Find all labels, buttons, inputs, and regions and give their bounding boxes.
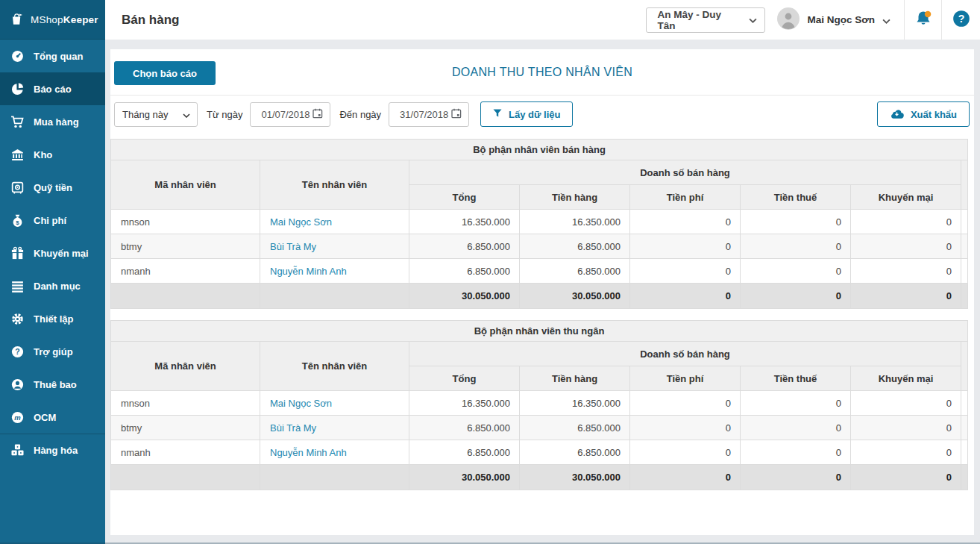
- help-button[interactable]: ?: [941, 0, 980, 40]
- sidebar-item-thiet-lap[interactable]: Thiết lập: [0, 302, 105, 335]
- cell-fee: 0: [630, 259, 741, 284]
- table-row: nmanh Nguyễn Minh Anh 6.850.000 6.850.00…: [111, 440, 968, 465]
- sidebar-item-thue-bao[interactable]: Thuê bao: [0, 368, 105, 401]
- employee-name-link[interactable]: Mai Ngọc Sơn: [260, 210, 409, 234]
- employee-name-link[interactable]: Bùi Trà My: [260, 234, 409, 259]
- cell-tax: 0: [741, 210, 851, 234]
- page-title: Bán hàng: [122, 13, 179, 28]
- period-select[interactable]: Tháng này: [114, 102, 198, 127]
- question-mark-icon: ?: [952, 9, 971, 31]
- employee-code: btmy: [111, 234, 260, 259]
- cell-promo: 0: [851, 234, 961, 259]
- cell-tax: 0: [741, 440, 851, 465]
- sidebar-item-label: Khuyến mại: [34, 248, 89, 259]
- total-empty-cell: [260, 465, 409, 490]
- sidebar-item-label: Chi phí: [34, 215, 66, 226]
- sidebar-item-label: Hàng hóa: [34, 445, 78, 456]
- total-cell-fee: 0: [630, 465, 741, 490]
- column-header-code: Mã nhân viên: [111, 160, 260, 210]
- cell-fee: 0: [630, 416, 741, 440]
- sidebar-item-ocm[interactable]: m OCM: [0, 401, 105, 434]
- column-header-code: Mã nhân viên: [111, 342, 260, 391]
- scrollbar-gutter: [961, 259, 968, 284]
- brand-name: MShopKeeper: [31, 14, 98, 25]
- sidebar-item-label: Thiết lập: [34, 313, 73, 325]
- scrollbar-gutter: [961, 284, 968, 309]
- employee-name-link[interactable]: Bùi Trà My: [260, 416, 409, 440]
- to-date-input[interactable]: 31/07/2018: [389, 102, 469, 127]
- sidebar-item-label: Quỹ tiền: [34, 182, 72, 193]
- pie-chart-icon: [10, 82, 25, 96]
- employee-name-link[interactable]: Nguyễn Minh Anh: [260, 440, 409, 465]
- cell-fee: 0: [630, 210, 741, 234]
- export-button[interactable]: Xuất khẩu: [877, 101, 970, 127]
- sidebar-item-chi-phi[interactable]: $ Chi phí: [0, 204, 105, 237]
- employee-code: nmanh: [111, 440, 260, 465]
- cell-goods: 16.350.000: [520, 210, 630, 234]
- sidebar-item-tro-giup[interactable]: ? Trợ giúp: [0, 335, 105, 368]
- branch-selector[interactable]: An Mây - Duy Tân: [646, 7, 765, 33]
- cell-promo: 0: [851, 416, 961, 440]
- total-cell-fee: 0: [630, 284, 741, 309]
- filter-bar: Tháng này Từ ngày 01/07/2018 Đến ngày 31…: [110, 96, 974, 133]
- cell-goods: 6.850.000: [520, 416, 630, 440]
- sidebar-item-khuyen-mai[interactable]: Khuyến mại: [0, 237, 105, 269]
- scrollbar-gutter: [961, 391, 968, 416]
- column-header-name: Tên nhân viên: [260, 342, 409, 391]
- sidebar-item-bao-cao[interactable]: Báo cáo: [0, 72, 105, 105]
- column-header-promo: Khuyến mại: [851, 185, 961, 210]
- scrollbar-gutter: [961, 465, 968, 490]
- cell-promo: 0: [851, 210, 961, 234]
- report-toolbar: Chọn báo cáo DOANH THU THEO NHÂN VIÊN: [110, 49, 974, 96]
- column-group-header: Doanh số bán hàng: [409, 342, 961, 366]
- sidebar-item-tong-quan[interactable]: Tổng quan: [0, 40, 105, 72]
- app-logo[interactable]: MShopKeeper: [0, 0, 105, 40]
- total-empty-cell: [111, 284, 260, 309]
- employee-name-link[interactable]: Mai Ngọc Sơn: [260, 391, 409, 416]
- warehouse-bank-icon: [10, 148, 25, 162]
- employee-name-link[interactable]: Nguyễn Minh Anh: [260, 259, 409, 284]
- column-header-fee: Tiền phí: [630, 366, 741, 391]
- cell-fee: 0: [630, 391, 741, 416]
- branch-selector-value: An Mây - Duy Tân: [657, 9, 741, 31]
- cell-goods: 16.350.000: [520, 391, 630, 416]
- money-bag-icon: $: [10, 213, 25, 228]
- sidebar-item-quy-tien[interactable]: Quỹ tiền: [0, 171, 105, 204]
- top-header: Bán hàng An Mây - Duy Tân Mai Ngọc Sơn ?: [105, 0, 980, 40]
- column-header-tax: Tiền thuế: [741, 366, 851, 391]
- to-date-label: Đến ngày: [339, 109, 381, 120]
- total-cell-goods: 30.050.000: [520, 465, 630, 490]
- sidebar-item-mua-hang[interactable]: Mua hàng: [0, 105, 105, 138]
- employee-code: mnson: [111, 210, 260, 234]
- cell-total: 6.850.000: [409, 416, 520, 440]
- sidebar-item-hang-hoa[interactable]: Hàng hóa: [0, 434, 105, 466]
- export-label: Xuất khẩu: [911, 109, 957, 120]
- sidebar-item-label: Báo cáo: [34, 84, 72, 95]
- table-group-title: Bộ phận nhân viên thu ngân: [111, 321, 968, 342]
- load-data-button[interactable]: Lấy dữ liệu: [480, 101, 573, 127]
- column-header-total: Tổng: [409, 185, 520, 210]
- load-data-label: Lấy dữ liệu: [509, 109, 560, 120]
- notifications-button[interactable]: [904, 0, 941, 40]
- employee-code: mnson: [111, 391, 260, 416]
- content-area: Chọn báo cáo DOANH THU THEO NHÂN VIÊN Th…: [105, 40, 980, 544]
- sidebar-item-kho[interactable]: Kho: [0, 138, 105, 171]
- column-header-tax: Tiền thuế: [741, 185, 851, 210]
- sidebar: MShopKeeper Tổng quan Báo cáo Mua hàng K…: [0, 0, 105, 544]
- sidebar-item-label: Danh mục: [34, 281, 81, 292]
- sales-staff-table: Bộ phận nhân viên bán hàng Mã nhân viên …: [110, 139, 968, 309]
- sidebar-item-danh-muc[interactable]: Danh mục: [0, 269, 105, 302]
- from-date-input[interactable]: 01/07/2018: [250, 102, 330, 127]
- from-date-label: Từ ngày: [207, 109, 242, 120]
- user-menu[interactable]: Mai Ngọc Sơn: [777, 7, 891, 33]
- column-header-name: Tên nhân viên: [260, 160, 409, 210]
- chevron-down-icon: [882, 13, 891, 27]
- cell-promo: 0: [851, 440, 961, 465]
- column-header-fee: Tiền phí: [630, 185, 741, 210]
- cell-tax: 0: [741, 259, 851, 284]
- total-cell-total: 30.050.000: [409, 465, 520, 490]
- table-row: btmy Bùi Trà My 6.850.000 6.850.000 0 0 …: [111, 234, 968, 259]
- bell-icon: [914, 9, 933, 31]
- total-cell-promo: 0: [851, 284, 961, 309]
- chevron-down-icon: [749, 14, 757, 25]
